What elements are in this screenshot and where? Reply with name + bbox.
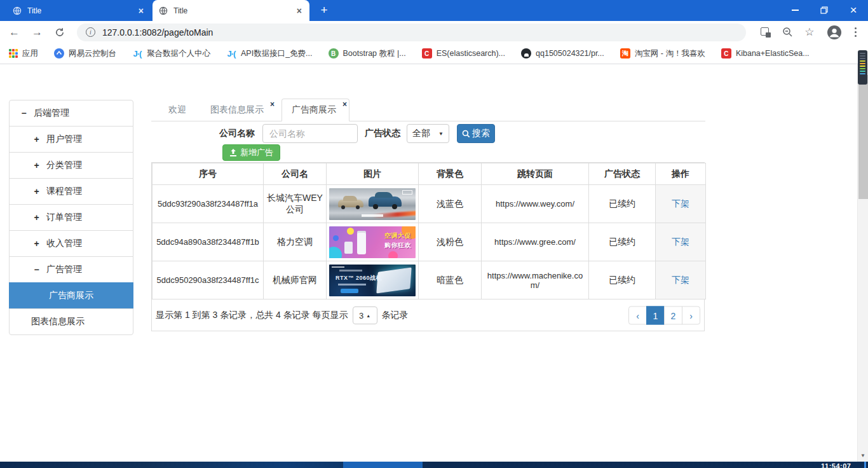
pagination-bar: 显示第 1 到第 3 条记录，总共 4 条记录 每页显示 3 ▲ 条记录 ‹ 1… <box>152 299 704 331</box>
scrollbar[interactable]: ▲ ▼ <box>857 64 868 462</box>
csdn-icon <box>721 48 731 59</box>
takedown-link[interactable]: 下架 <box>672 237 689 247</box>
url-cell: https://www.gree.com/ <box>482 223 589 261</box>
tab-label: 图表信息展示 <box>210 104 264 114</box>
bookmark-label: Bootstrap 教程 |... <box>343 48 406 59</box>
address-bar[interactable]: i 127.0.0.1:8082/page/toMain <box>77 24 746 41</box>
upload-icon <box>229 149 237 156</box>
page-size-dropdown[interactable]: 3 ▲ <box>353 306 377 324</box>
takedown-link[interactable]: 下架 <box>672 198 689 209</box>
sidebar-item-ads[interactable]: − 广告管理 <box>9 256 133 283</box>
content-tab-bar: 欢迎 图表信息展示 × 广告商展示 × <box>151 100 705 121</box>
forward-button[interactable]: → <box>32 26 43 39</box>
sidebar-item-backend[interactable]: − 后端管理 <box>9 100 133 127</box>
url-cell: https://www.machenike.com/ <box>482 261 589 299</box>
scroll-down-icon[interactable]: ▼ <box>858 451 868 460</box>
search-form: 公司名称 广告状态 全部 ▼ 搜索 <box>151 123 705 144</box>
ad-id-cell: 5ddc93f290a38f234487ff1a <box>153 185 264 223</box>
sidebar-item-categories[interactable]: + 分类管理 <box>9 152 133 179</box>
tab-close-icon[interactable]: × <box>295 6 303 16</box>
url-cell: https://www.wey.com/ <box>482 185 589 223</box>
sidebar-item-courses[interactable]: + 课程管理 <box>9 178 133 205</box>
ad-status-label: 广告状态 <box>365 128 400 139</box>
apps-grid-icon <box>9 49 18 58</box>
table-row: 5ddc93f290a38f234487ff1a 长城汽车WEY公司 <box>153 185 706 223</box>
tab-close-icon[interactable]: × <box>137 6 145 16</box>
collapse-icon: − <box>20 108 28 118</box>
action-cell: 下架 <box>656 261 706 299</box>
ad-status-select[interactable]: 全部 ▼ <box>407 124 449 143</box>
bookmark-label: Kibana+ElasticSea... <box>736 49 810 58</box>
bookmark-label: 网易云控制台 <box>69 48 116 59</box>
select-value: 全部 <box>412 128 430 139</box>
ad-image-text: RTX™ 2060战机 <box>336 274 382 282</box>
page-button-2[interactable]: 2 <box>664 306 682 325</box>
expand-icon: + <box>32 134 41 144</box>
prev-page-button[interactable]: ‹ <box>628 306 647 325</box>
browser-tab-2-active[interactable]: Title × <box>153 0 309 21</box>
back-button[interactable]: ← <box>9 26 20 39</box>
tab-label: 广告商展示 <box>292 104 336 114</box>
column-header-url: 跳转页面 <box>482 163 589 185</box>
bookmark-item[interactable]: API数据接口_免费... <box>226 48 313 59</box>
bookmark-item[interactable]: Bootstrap 教程 |... <box>329 48 406 59</box>
page-size-value: 3 <box>359 311 363 320</box>
bookmark-star-icon[interactable]: ☆ <box>804 25 814 39</box>
bookmark-apps[interactable]: 应用 <box>9 48 38 59</box>
sidebar-item-users[interactable]: + 用户管理 <box>9 126 133 153</box>
bookmark-item[interactable]: qq1505024321/pr... <box>521 48 604 59</box>
sidebar-item-label: 收入管理 <box>46 238 82 249</box>
taskbar-app-segment[interactable] <box>343 462 423 468</box>
company-cell: 格力空调 <box>264 223 327 261</box>
refresh-button[interactable] <box>55 27 65 38</box>
translate-icon[interactable] <box>761 27 771 38</box>
page-button-1[interactable]: 1 <box>646 306 665 325</box>
profile-avatar[interactable] <box>827 25 842 40</box>
zoom-icon[interactable] <box>782 27 793 38</box>
bookmark-item[interactable]: 聚合数据个人中心 <box>132 48 210 59</box>
bookmark-item[interactable]: Kibana+ElasticSea... <box>721 48 810 59</box>
sidebar-item-label: 广告管理 <box>46 264 82 275</box>
sidebar-item-income[interactable]: + 收入管理 <box>9 230 133 257</box>
globe-icon <box>13 6 22 15</box>
taskbar-clock: 11:54:07 <box>821 462 851 468</box>
tab-chart-display[interactable]: 图表信息展示 × <box>201 99 276 121</box>
page-info-icon[interactable]: i <box>86 27 95 37</box>
table-row: 5ddc94a890a38f234487ff1b 格力空调 空调大促 购你狂欢 <box>153 223 706 261</box>
next-page-button[interactable]: › <box>682 306 700 325</box>
window-minimize-button[interactable] <box>780 0 810 20</box>
add-ad-button[interactable]: 新增广告 <box>222 144 280 161</box>
column-header-bgcolor: 背景色 <box>419 163 482 185</box>
tab-advertiser-display[interactable]: 广告商展示 × <box>281 99 349 121</box>
search-button[interactable]: 搜索 <box>457 124 495 143</box>
scrollbar-thumb[interactable] <box>858 75 868 199</box>
menu-dots-icon[interactable] <box>855 27 857 38</box>
ad-image-cell <box>327 185 419 223</box>
table-row: 5ddc950290a38f234487ff1c 机械师官网 RTX™ 2060… <box>153 261 706 299</box>
minimize-icon <box>792 10 799 11</box>
tab-close-icon[interactable]: × <box>342 100 347 109</box>
bookmark-item[interactable]: 网易云控制台 <box>54 48 116 59</box>
bookmark-label: qq1505024321/pr... <box>536 49 604 58</box>
bootstrap-icon <box>329 48 339 59</box>
ad-id-cell: 5ddc950290a38f234487ff1c <box>153 261 264 299</box>
takedown-link[interactable]: 下架 <box>672 275 689 285</box>
bookmark-item[interactable]: 淘宝网 - 淘！我喜欢 <box>620 48 705 59</box>
window-close-button[interactable]: × <box>839 0 868 20</box>
company-name-input[interactable] <box>262 124 358 143</box>
sidebar-item-chart-display[interactable]: 图表信息展示 <box>9 308 133 335</box>
tab-label: 欢迎 <box>168 104 186 114</box>
tab-close-icon[interactable]: × <box>270 100 275 109</box>
sidebar-item-advertiser-display[interactable]: 广告商展示 <box>9 282 133 309</box>
collapse-icon: − <box>32 265 41 275</box>
table-header-row: 序号 公司名 图片 背景色 跳转页面 广告状态 操作 <box>153 163 706 185</box>
add-ad-button-label: 新增广告 <box>240 147 273 158</box>
window-restore-button[interactable] <box>810 0 839 20</box>
browser-tab-1[interactable]: Title × <box>6 0 151 21</box>
search-button-label: 搜索 <box>472 128 490 139</box>
bookmark-item[interactable]: ES(elasticsearch)... <box>422 48 505 59</box>
bookmark-label: 淘宝网 - 淘！我喜欢 <box>635 48 705 59</box>
sidebar-item-orders[interactable]: + 订单管理 <box>9 204 133 231</box>
tab-welcome[interactable]: 欢迎 <box>159 99 196 121</box>
new-tab-button[interactable]: + <box>316 3 332 18</box>
